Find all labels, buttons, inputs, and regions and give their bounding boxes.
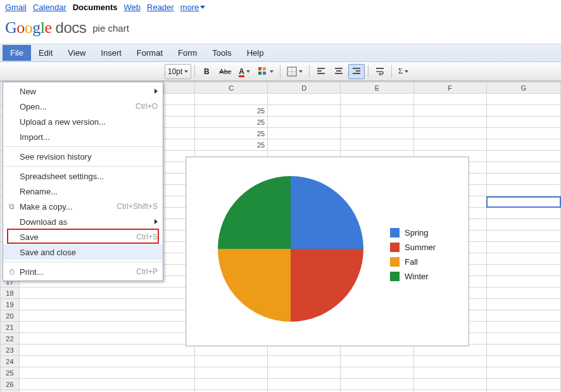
- cell[interactable]: [268, 139, 341, 151]
- borders-button[interactable]: [284, 64, 306, 79]
- cell[interactable]: [268, 105, 341, 117]
- cell[interactable]: 25: [195, 117, 268, 128]
- cell[interactable]: [268, 94, 341, 105]
- cell[interactable]: [19, 379, 194, 390]
- row-header[interactable]: 24: [1, 356, 20, 367]
- cell[interactable]: [486, 253, 560, 265]
- nav-link-more[interactable]: more: [180, 3, 206, 12]
- cell[interactable]: [341, 139, 413, 151]
- cell[interactable]: [486, 208, 560, 219]
- cell[interactable]: [268, 367, 341, 379]
- cell[interactable]: [19, 345, 194, 356]
- cell[interactable]: [413, 356, 486, 367]
- file-menu-revision-history[interactable]: See revision history: [3, 149, 163, 164]
- cell[interactable]: [413, 379, 486, 390]
- cell[interactable]: [413, 105, 486, 117]
- file-menu-save-and-close[interactable]: Save and close: [3, 244, 163, 260]
- file-menu-open[interactable]: Open...Ctrl+O: [3, 99, 163, 114]
- pie-chart-container[interactable]: SpringSummerFallWinter: [186, 156, 469, 346]
- cell[interactable]: [19, 299, 194, 310]
- wrap-text-button[interactable]: [372, 64, 388, 79]
- cell[interactable]: 25: [195, 139, 268, 151]
- nav-link-gmail[interactable]: Gmail: [5, 3, 27, 12]
- cell[interactable]: [486, 231, 560, 242]
- align-left-button[interactable]: [313, 64, 329, 79]
- cell[interactable]: [341, 105, 413, 117]
- cell[interactable]: [486, 310, 560, 322]
- cell[interactable]: [19, 288, 194, 299]
- cell[interactable]: [413, 117, 486, 128]
- file-menu-rename[interactable]: Rename...: [3, 184, 163, 199]
- col-header-g[interactable]: G: [486, 82, 560, 94]
- cell[interactable]: [486, 151, 560, 162]
- cell[interactable]: [268, 128, 341, 139]
- cell[interactable]: [341, 117, 413, 128]
- cell[interactable]: [486, 219, 560, 231]
- cell[interactable]: [341, 367, 413, 379]
- cell[interactable]: [341, 94, 413, 105]
- cell[interactable]: [486, 242, 560, 253]
- nav-link-web[interactable]: Web: [124, 3, 141, 12]
- cell[interactable]: [486, 356, 560, 367]
- cell[interactable]: [268, 390, 341, 393]
- row-header[interactable]: 22: [1, 333, 20, 345]
- cell[interactable]: [341, 128, 413, 139]
- row-header[interactable]: 20: [1, 310, 20, 322]
- menu-insert[interactable]: Insert: [93, 45, 129, 61]
- cell[interactable]: [413, 367, 486, 379]
- cell[interactable]: [486, 276, 560, 288]
- cell[interactable]: [486, 94, 560, 105]
- cell[interactable]: [486, 139, 560, 151]
- align-center-button[interactable]: [331, 64, 347, 79]
- cell[interactable]: [486, 117, 560, 128]
- cell[interactable]: [19, 310, 194, 322]
- cell[interactable]: [195, 390, 268, 393]
- menu-help[interactable]: Help: [239, 45, 272, 61]
- align-right-button[interactable]: [348, 64, 365, 79]
- row-header[interactable]: 19: [1, 299, 20, 310]
- file-menu-spreadsheet-settings[interactable]: Spreadsheet settings...: [3, 168, 163, 184]
- fill-color-button[interactable]: [255, 64, 277, 79]
- text-color-button[interactable]: A: [236, 64, 253, 79]
- file-menu-upload[interactable]: Upload a new version...: [3, 114, 163, 129]
- cell[interactable]: [195, 367, 268, 379]
- cell[interactable]: [486, 333, 560, 345]
- cell[interactable]: [486, 185, 560, 196]
- cell[interactable]: [19, 322, 194, 333]
- cell[interactable]: [486, 390, 560, 393]
- menu-format[interactable]: Format: [129, 45, 170, 61]
- cell[interactable]: 25: [195, 105, 268, 117]
- cell[interactable]: [486, 345, 560, 356]
- file-menu-make-copy[interactable]: ⧉Make a copy...Ctrl+Shift+S: [3, 199, 163, 214]
- col-header-f[interactable]: F: [413, 82, 486, 94]
- file-menu-save[interactable]: SaveCtrl+S: [3, 229, 163, 244]
- cell[interactable]: [195, 356, 268, 367]
- cell[interactable]: [486, 299, 560, 310]
- nav-link-calendar[interactable]: Calendar: [33, 3, 66, 12]
- cell[interactable]: [341, 379, 413, 390]
- cell[interactable]: [341, 356, 413, 367]
- cell[interactable]: [341, 390, 413, 393]
- row-header[interactable]: 18: [1, 288, 20, 299]
- cell[interactable]: [268, 356, 341, 367]
- menu-tools[interactable]: Tools: [205, 45, 239, 61]
- cell[interactable]: [486, 174, 560, 185]
- cell[interactable]: [486, 322, 560, 333]
- cell[interactable]: [413, 390, 486, 393]
- cell[interactable]: [486, 162, 560, 174]
- row-header[interactable]: 26: [1, 379, 20, 390]
- menu-form[interactable]: Form: [170, 45, 205, 61]
- file-menu-import[interactable]: Import...: [3, 129, 163, 144]
- cell[interactable]: 25: [195, 128, 268, 139]
- row-header[interactable]: 21: [1, 322, 20, 333]
- cell[interactable]: [268, 379, 341, 390]
- cell[interactable]: [486, 367, 560, 379]
- row-header[interactable]: 23: [1, 345, 20, 356]
- font-size-dropdown[interactable]: 10pt: [165, 64, 191, 79]
- formula-button[interactable]: Σ: [395, 64, 412, 79]
- cell[interactable]: [486, 288, 560, 299]
- cell[interactable]: [486, 379, 560, 390]
- row-header[interactable]: 27: [1, 390, 20, 393]
- col-header-e[interactable]: E: [341, 82, 413, 94]
- menu-edit[interactable]: Edit: [31, 45, 60, 61]
